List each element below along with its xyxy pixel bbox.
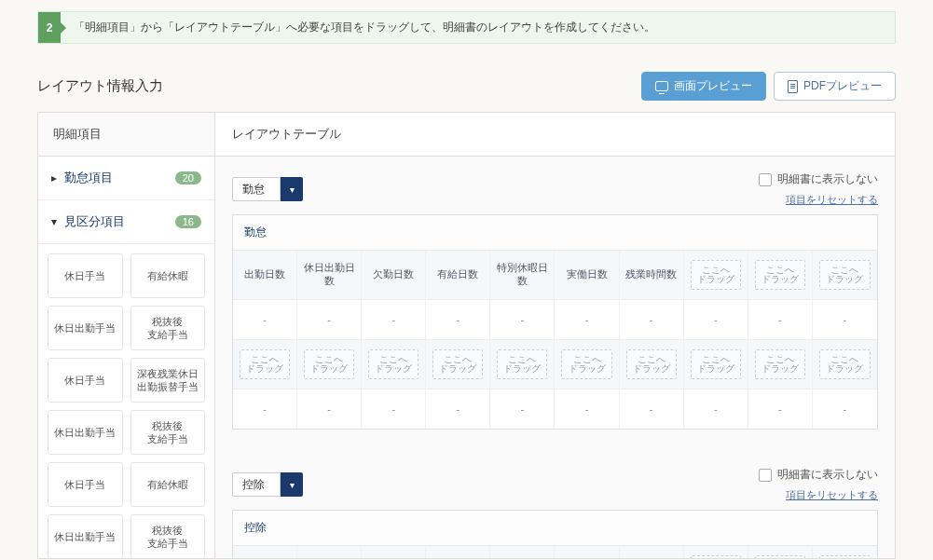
field-tile[interactable]: 休日出勤手当 xyxy=(48,410,123,455)
drop-slot[interactable]: ここへドラッグ xyxy=(240,349,290,379)
table-row: 欠勤遅刻早退控除健康保険料介護保険料厚生年金保険料雇用保険料所得税住民税ここへド… xyxy=(233,546,877,558)
group-label: 見区分項目 xyxy=(64,214,125,228)
drop-slot[interactable]: ここへドラッグ xyxy=(432,349,483,379)
column-header: 厚生年金保険料 xyxy=(426,546,490,558)
workspace: 明細項目 勤怠項目 20 見区分項目 16 休日手当有給休暇休日出勤手当税抜後支… xyxy=(37,112,896,559)
group-classification[interactable]: 見区分項目 16 xyxy=(38,200,214,244)
drop-slot[interactable]: ここへドラッグ xyxy=(691,555,741,558)
drop-slot[interactable]: ここへドラッグ xyxy=(819,555,871,558)
table-row: 出勤日数休日出勤日数欠勤日数有給日数特別休暇日数実働日数残業時間数ここへドラッグ… xyxy=(233,251,877,300)
value-cell: - xyxy=(684,389,748,429)
count-badge: 16 xyxy=(175,215,201,228)
layout-block: 控除明細書に表示しない項目をリセットする控除欠勤遅刻早退控除健康保険料介護保険料… xyxy=(215,452,895,558)
column-header: 欠勤遅刻早退控除 xyxy=(233,546,297,558)
field-tile[interactable]: 休日出勤手当 xyxy=(48,306,123,350)
instruction-banner: 2 「明細項目」から「レイアウトテーブル」へ必要な項目をドラッグして、明細書のレ… xyxy=(37,11,896,44)
group-attendance[interactable]: 勤怠項目 20 xyxy=(38,157,214,200)
value-cell: - xyxy=(490,300,555,339)
column-header: 休日出勤日数 xyxy=(297,251,362,299)
screen-preview-label: 画面プレビュー xyxy=(674,78,752,94)
field-tile[interactable]: 税抜後支給手当 xyxy=(130,410,206,455)
hide-checkbox[interactable] xyxy=(759,173,772,186)
value-cell: - xyxy=(426,389,490,429)
drop-slot[interactable]: ここへドラッグ xyxy=(561,349,611,379)
column-header: 残業時間数 xyxy=(620,251,684,299)
layout-table: 控除欠勤遅刻早退控除健康保険料介護保険料厚生年金保険料雇用保険料所得税住民税ここ… xyxy=(232,510,878,558)
table-row: ---------- xyxy=(233,389,877,429)
value-cell: - xyxy=(233,300,297,339)
table-row: ---------- xyxy=(233,300,877,340)
drop-slot[interactable]: ここへドラッグ xyxy=(755,555,805,558)
block-type-select[interactable]: 勤怠 xyxy=(232,177,281,201)
column-header: 欠勤日数 xyxy=(362,251,426,299)
drop-slot[interactable]: ここへドラッグ xyxy=(819,260,871,290)
value-cell: - xyxy=(233,389,297,429)
column-header: 出勤日数 xyxy=(233,251,297,299)
column-header: 健康保険料 xyxy=(297,546,362,558)
canvas-title: レイアウトテーブル xyxy=(215,113,895,157)
table-title: 控除 xyxy=(233,511,877,546)
drop-slot[interactable]: ここへドラッグ xyxy=(368,349,418,379)
value-cell: - xyxy=(297,300,362,339)
pdf-preview-label: PDFプレビュー xyxy=(803,78,882,94)
drop-slot[interactable]: ここへドラッグ xyxy=(755,260,805,290)
field-tile[interactable]: 休日手当 xyxy=(48,253,123,298)
column-header: 実働日数 xyxy=(555,251,619,299)
layout-table: 勤怠出勤日数休日出勤日数欠勤日数有給日数特別休暇日数実働日数残業時間数ここへドラ… xyxy=(232,214,878,430)
column-header: 所得税 xyxy=(555,546,619,558)
table-row: ここへドラッグここへドラッグここへドラッグここへドラッグここへドラッグここへドラ… xyxy=(233,340,877,389)
field-tile[interactable]: 有給休暇 xyxy=(130,253,206,298)
column-header: 住民税 xyxy=(620,546,684,558)
field-tile[interactable]: 税抜後支給手当 xyxy=(130,306,206,350)
value-cell: - xyxy=(813,389,877,429)
value-cell: - xyxy=(620,389,684,429)
drop-slot[interactable]: ここへドラッグ xyxy=(755,349,805,379)
field-grid: 休日手当有給休暇休日出勤手当税抜後支給手当休日手当深夜残業休日出勤振替手当休日出… xyxy=(38,244,214,558)
arrow-down-icon xyxy=(51,215,64,228)
drop-slot[interactable]: ここへドラッグ xyxy=(819,349,871,379)
value-cell: - xyxy=(620,300,684,339)
count-badge: 20 xyxy=(175,171,201,184)
value-cell: - xyxy=(555,389,619,429)
section-title: レイアウト情報入力 xyxy=(37,77,163,95)
drop-slot[interactable]: ここへドラッグ xyxy=(626,349,677,379)
reset-link[interactable]: 項目をリセットする xyxy=(786,488,878,502)
hide-label: 明細書に表示しない xyxy=(777,467,878,483)
table-title: 勤怠 xyxy=(233,215,877,251)
sidebar: 明細項目 勤怠項目 20 見区分項目 16 休日手当有給休暇休日出勤手当税抜後支… xyxy=(38,113,215,558)
field-tile[interactable]: 休日出勤手当 xyxy=(48,514,123,558)
monitor-icon xyxy=(655,81,668,91)
value-cell: - xyxy=(362,389,426,429)
pdf-preview-button[interactable]: PDFプレビュー xyxy=(774,72,896,101)
document-icon xyxy=(788,80,798,93)
value-cell: - xyxy=(426,300,490,339)
column-header: 雇用保険料 xyxy=(490,546,555,558)
value-cell: - xyxy=(813,300,877,339)
value-cell: - xyxy=(362,300,426,339)
select-dropdown-button[interactable] xyxy=(281,472,303,497)
select-dropdown-button[interactable] xyxy=(281,177,303,201)
value-cell: - xyxy=(555,300,619,339)
group-label: 勤怠項目 xyxy=(64,171,113,184)
drop-slot[interactable]: ここへドラッグ xyxy=(691,349,741,379)
field-tile[interactable]: 休日手当 xyxy=(48,462,123,507)
value-cell: - xyxy=(748,389,813,429)
drop-slot[interactable]: ここへドラッグ xyxy=(497,349,547,379)
block-type-select[interactable]: 控除 xyxy=(232,472,281,497)
drop-slot[interactable]: ここへドラッグ xyxy=(691,260,741,290)
value-cell: - xyxy=(490,389,555,429)
field-tile[interactable]: 深夜残業休日出勤振替手当 xyxy=(130,358,206,403)
field-tile[interactable]: 税抜後支給手当 xyxy=(130,514,206,558)
hide-checkbox[interactable] xyxy=(759,469,772,482)
layout-block: 勤怠明細書に表示しない項目をリセットする勤怠出勤日数休日出勤日数欠勤日数有給日数… xyxy=(215,157,895,452)
column-header: 特別休暇日数 xyxy=(490,251,555,299)
reset-link[interactable]: 項目をリセットする xyxy=(786,193,878,207)
field-tile[interactable]: 休日手当 xyxy=(48,358,123,403)
sidebar-title: 明細項目 xyxy=(38,113,214,157)
screen-preview-button[interactable]: 画面プレビュー xyxy=(641,72,766,101)
step-number: 2 xyxy=(38,12,61,43)
hide-label: 明細書に表示しない xyxy=(777,171,878,187)
field-tile[interactable]: 有給休暇 xyxy=(130,462,206,507)
arrow-right-icon xyxy=(51,171,64,184)
drop-slot[interactable]: ここへドラッグ xyxy=(304,349,354,379)
